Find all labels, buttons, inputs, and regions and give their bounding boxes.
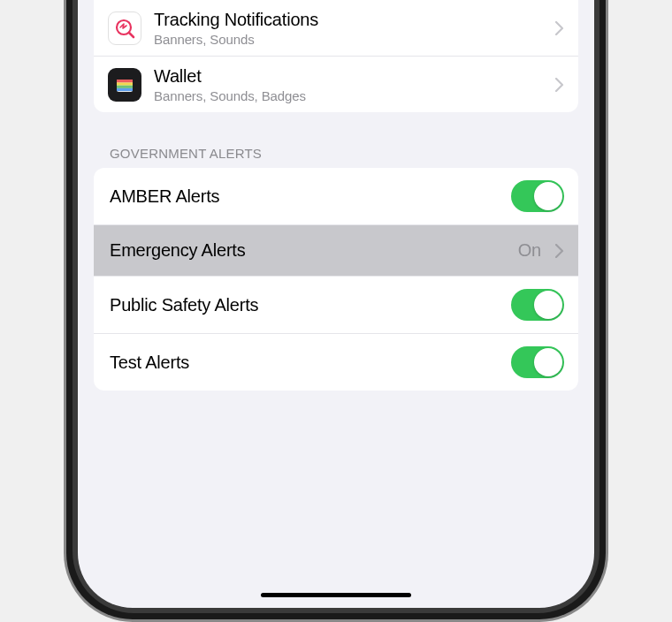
screen: Tracking Notifications Banners, Sounds [78,0,594,608]
app-row-wallet[interactable]: Wallet Banners, Sounds, Badges [94,56,578,112]
alert-label: AMBER Alerts [110,186,511,207]
app-subtitle: Banners, Sounds [154,32,548,47]
app-title: Wallet [154,65,548,87]
alert-label: Test Alerts [110,353,511,373]
chevron-right-icon [555,21,564,35]
svg-line-1 [129,33,134,37]
alert-row-emergency[interactable]: Emergency Alerts On [94,224,578,276]
alert-row-amber[interactable]: AMBER Alerts [94,168,578,224]
section-header-government-alerts: GOVERNMENT ALERTS [78,112,594,168]
chevron-right-icon [555,78,564,92]
tracking-notifications-icon [108,11,141,45]
alert-value: On [518,240,541,261]
svg-rect-4 [117,82,133,85]
wallet-icon [108,68,141,102]
alert-label: Public Safety Alerts [110,295,511,315]
app-text: Wallet Banners, Sounds, Badges [154,65,548,103]
government-alerts-section: AMBER Alerts Emergency Alerts On Public … [94,168,578,391]
toggle-public-safety-alerts[interactable] [511,289,564,321]
toggle-amber-alerts[interactable] [511,180,564,212]
app-subtitle: Banners, Sounds, Badges [154,88,548,103]
phone-inner: Tracking Notifications Banners, Sounds [73,0,599,613]
svg-rect-6 [117,87,133,90]
alert-row-test[interactable]: Test Alerts [94,333,578,391]
home-indicator[interactable] [261,593,411,597]
alert-row-public-safety[interactable]: Public Safety Alerts [94,276,578,333]
toggle-test-alerts[interactable] [511,346,564,378]
app-title: Tracking Notifications [154,9,548,31]
chevron-right-icon [555,244,564,258]
svg-rect-3 [117,80,133,83]
phone-frame: Tracking Notifications Banners, Sounds [64,0,608,622]
app-row-tracking-notifications[interactable]: Tracking Notifications Banners, Sounds [94,0,578,56]
alert-label: Emergency Alerts [110,240,518,261]
svg-rect-5 [117,85,133,87]
apps-section: Tracking Notifications Banners, Sounds [94,0,578,112]
app-text: Tracking Notifications Banners, Sounds [154,9,548,47]
settings-content: Tracking Notifications Banners, Sounds [78,0,594,391]
